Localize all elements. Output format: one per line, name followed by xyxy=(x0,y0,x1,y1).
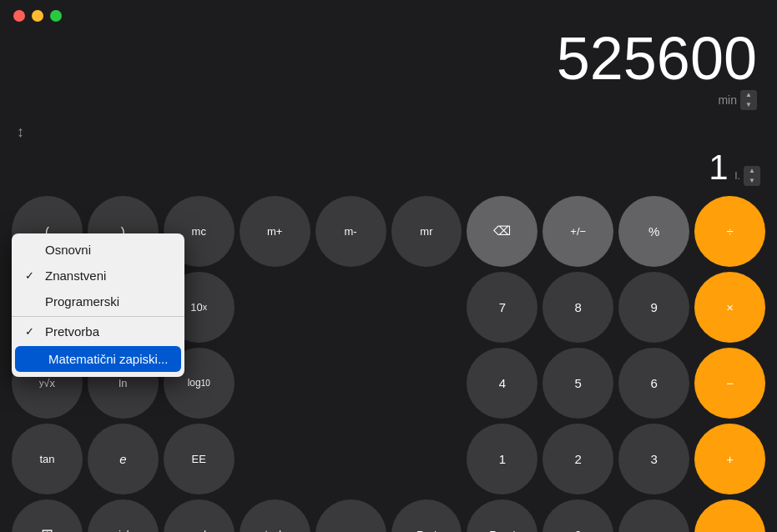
percent-button[interactable]: % xyxy=(618,196,689,267)
menu-item-osnovni[interactable]: Osnovni xyxy=(12,237,184,263)
backspace-button[interactable]: ⌫ xyxy=(467,196,537,267)
display-area: 525600 min ▲ ▼ xyxy=(0,28,777,110)
7-button[interactable]: 7 xyxy=(467,272,537,343)
secondary-unit-label: l. xyxy=(735,169,741,182)
9-button[interactable]: 9 xyxy=(618,272,689,343)
subtract-button[interactable]: − xyxy=(694,348,765,419)
menu-item-matematicni[interactable]: Matematični zapiski... xyxy=(15,346,181,372)
view-menu-dropdown: Osnovni ✓ Znanstveni Programerski ✓ Pret… xyxy=(12,233,184,377)
secondary-unit-stepper-down[interactable]: ▼ xyxy=(744,176,760,186)
6-button[interactable]: 6 xyxy=(618,348,689,419)
sort-icon-row: ↕ xyxy=(0,120,777,144)
check-mark-pretvorba: ✓ xyxy=(25,325,38,338)
plus-minus-button[interactable]: +/− xyxy=(542,196,613,267)
menu-item-znanstveni[interactable]: ✓ Znanstveni xyxy=(12,263,184,289)
0-button[interactable]: 0 xyxy=(542,499,613,532)
e-const-button[interactable]: e xyxy=(88,424,159,494)
calc-icon-button[interactable]: ⊞ xyxy=(12,499,83,532)
ee-button[interactable]: EE xyxy=(164,424,235,494)
check-mark-osnovni xyxy=(25,243,38,256)
check-mark-znanstveni: ✓ xyxy=(25,269,38,282)
title-bar xyxy=(0,0,777,28)
1-button[interactable]: 1 xyxy=(467,424,537,494)
4-button[interactable]: 4 xyxy=(467,348,537,419)
3-button[interactable]: 3 xyxy=(618,424,689,494)
pi-button[interactable]: π xyxy=(315,499,386,532)
5-button[interactable]: 5 xyxy=(542,348,613,419)
close-button[interactable] xyxy=(13,10,25,22)
menu-label-pretvorba: Pretvorba xyxy=(45,324,171,339)
check-mark-programerski xyxy=(25,295,38,308)
menu-label-znanstveni: Znanstveni xyxy=(45,269,171,283)
dropdown-menu: Osnovni ✓ Znanstveni Programerski ✓ Pret… xyxy=(12,233,184,377)
menu-divider xyxy=(12,316,184,317)
cosh-button[interactable]: cosh xyxy=(164,499,235,532)
maximize-button[interactable] xyxy=(50,10,62,22)
menu-label-programerski: Programerski xyxy=(45,294,171,309)
tan-button[interactable]: tan xyxy=(12,424,83,494)
multiply-button[interactable]: × xyxy=(694,272,765,343)
unit-stepper[interactable]: ▲ ▼ xyxy=(740,90,757,110)
menu-label-matematicni: Matematični zapiski... xyxy=(48,352,168,366)
divide-button[interactable]: ÷ xyxy=(694,196,765,267)
add-button[interactable]: + xyxy=(694,424,765,494)
main-unit-label: min xyxy=(718,93,737,107)
8-button[interactable]: 8 xyxy=(542,272,613,343)
main-display-value: 525600 xyxy=(557,28,757,88)
secondary-display-value: 1 xyxy=(709,148,728,188)
sinh-button[interactable]: sinh xyxy=(88,499,159,532)
mr-button[interactable]: mr xyxy=(391,196,462,267)
equals-button[interactable]: = xyxy=(694,499,765,532)
decimal-button[interactable]: . xyxy=(618,499,689,532)
rand-button[interactable]: Rand xyxy=(467,499,537,532)
2-button[interactable]: 2 xyxy=(542,424,613,494)
calculator-window: 525600 min ▲ ▼ ↕ 1 l. ▲ ▼ ( ) mc m+ xyxy=(0,0,777,532)
minimize-button[interactable] xyxy=(32,10,43,22)
sort-icon: ↕ xyxy=(17,123,24,141)
rad-button[interactable]: Rad xyxy=(391,499,462,532)
menu-item-pretvorba[interactable]: ✓ Pretvorba xyxy=(12,319,184,344)
m-plus-button[interactable]: m+ xyxy=(240,196,310,267)
unit-stepper-down[interactable]: ▼ xyxy=(740,100,757,110)
check-mark-matematicni xyxy=(28,353,42,365)
secondary-unit-stepper[interactable]: ▲ ▼ xyxy=(744,166,760,186)
menu-label-osnovni: Osnovni xyxy=(45,243,171,257)
m-minus-button[interactable]: m- xyxy=(315,196,386,267)
menu-item-programerski[interactable]: Programerski xyxy=(12,289,184,314)
secondary-display: 1 l. ▲ ▼ xyxy=(0,144,777,191)
tanh-button[interactable]: tanh xyxy=(240,499,310,532)
unit-stepper-up[interactable]: ▲ xyxy=(740,90,757,100)
secondary-unit-stepper-up[interactable]: ▲ xyxy=(744,166,760,176)
